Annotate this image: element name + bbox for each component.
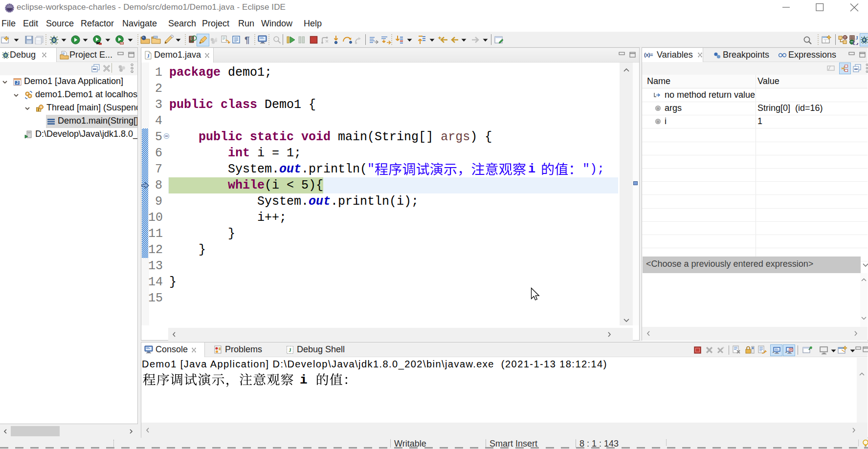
- svg-text:J: J: [16, 80, 19, 85]
- svg-text:J: J: [147, 53, 150, 59]
- svg-text:J: J: [855, 35, 858, 41]
- svg-text:o: o: [657, 120, 659, 123]
- svg-text:o: o: [657, 107, 659, 110]
- svg-text:J: J: [289, 347, 291, 353]
